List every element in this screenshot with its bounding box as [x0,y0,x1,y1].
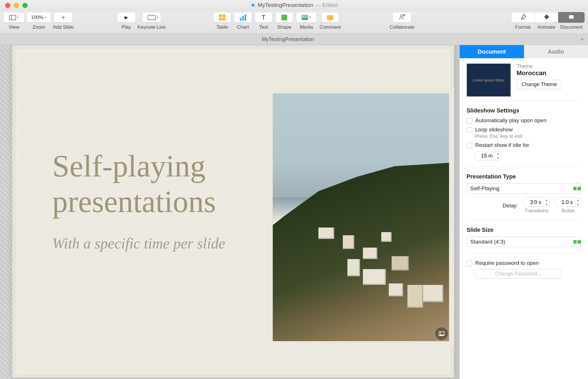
idle-duration-stepper[interactable]: ▲▼ [475,151,501,160]
svg-point-0 [400,15,403,17]
keynote-doc-icon [250,3,256,8]
collaborate-label: Collaborate [390,24,415,30]
view-button[interactable]: ▾ [3,12,25,23]
builds-delay-stepper[interactable]: ▲▼ [555,198,581,207]
add-slide-button[interactable]: + [54,12,73,23]
insert-table-button[interactable] [213,12,231,23]
comment-icon [327,15,333,20]
builds-label: Builds [562,208,575,214]
slide-canvas[interactable]: Self-playing presentations With a specif… [12,45,454,378]
document-icon [568,13,575,22]
document-label: Document [560,24,582,30]
builds-delay-input[interactable] [556,198,575,207]
theme-thumbnail: Lorem Ipsum Dolor [467,63,511,97]
slide-size-heading: Slide Size [467,227,581,233]
plus-icon: + [61,13,65,22]
document-tab[interactable]: MyTestingPresentation [0,34,576,45]
add-slide-label: Add Slide [53,24,74,30]
play-icon: ▶ [125,15,128,20]
media-label: Media [300,24,313,30]
media-icon [302,15,308,20]
change-theme-button[interactable]: Change Theme [517,80,562,89]
stepper-down-icon[interactable]: ▼ [544,202,549,207]
zoom-button[interactable]: 100%▾ [26,12,51,23]
loop-label: Loop slideshow [475,127,513,133]
image-replace-badge[interactable] [435,327,448,340]
stepper-down-icon[interactable]: ▼ [495,156,501,160]
theme-label: Theme [517,63,562,69]
autoplay-label: Automatically play upon open [475,117,546,124]
require-password-checkbox[interactable] [467,261,472,266]
idle-duration-input[interactable] [475,151,495,160]
change-password-button: Change Password... [475,269,561,279]
document-tabstrip: MyTestingPresentation + [0,34,588,45]
chart-icon [240,14,246,21]
slide-title-text[interactable]: Self-playing presentations [52,148,268,219]
transitions-delay-input[interactable] [524,198,543,207]
loop-checkbox[interactable] [467,127,472,133]
chevron-down-icon: ▾ [17,15,19,19]
view-icon [9,15,16,20]
insert-comment-button[interactable] [321,12,339,23]
keynote-live-label: Keynote Live [138,24,166,30]
loop-checkbox-row[interactable]: Loop slideshow Press ‘Esc’ key to exit [467,127,581,139]
slide-image [273,93,449,341]
require-password-label: Require password to open [475,260,539,266]
transitions-label: Transitions [525,208,549,214]
animate-inspector-button[interactable] [535,12,558,23]
brush-icon [520,13,527,22]
require-password-row[interactable]: Require password to open [467,260,581,266]
insert-shape-button[interactable] [275,12,293,23]
slide-size-value: Standard (4:3) [467,239,573,245]
restart-idle-label: Restart show if idle for [475,142,529,148]
table-icon [219,14,225,21]
toolbar: ▾ View 100%▾ Zoom + Add Slide ▶ Play Key… [0,10,588,34]
keynote-live-button[interactable] [142,12,161,23]
stepper-up-icon[interactable]: ▲ [544,198,549,202]
insert-text-button[interactable]: T [255,12,272,23]
chevron-down-icon: ▾ [309,15,311,19]
delay-label: Delay: [502,203,518,209]
select-stepper-icon [573,240,581,244]
collaborate-button[interactable] [392,12,411,23]
insert-chart-button[interactable] [234,12,252,23]
minimize-window-button[interactable] [14,3,19,8]
window-title: MyTestingPresentation [258,2,313,8]
zoom-label: Zoom [32,24,45,30]
autoplay-checkbox[interactable] [467,118,472,124]
slide-size-select[interactable]: Standard (4:3) [467,237,581,247]
zoom-value-label: 100% [31,15,43,20]
restart-idle-checkbox-row[interactable]: Restart show if idle for [467,142,581,148]
shape-icon [281,15,287,20]
inspector-tab-document[interactable]: Document [460,45,524,58]
inspector-panel: Document Audio Lorem Ipsum Dolor Theme M… [459,45,588,379]
stepper-up-icon[interactable]: ▲ [495,151,501,156]
transitions-delay-stepper[interactable]: ▲▼ [524,198,550,207]
diamond-icon [543,13,550,22]
fullscreen-window-button[interactable] [22,3,28,8]
inspector-tab-audio[interactable]: Audio [524,45,588,58]
format-inspector-button[interactable] [511,12,535,23]
presentation-type-select[interactable]: Self-Playing [467,183,581,194]
animate-label: Animate [537,24,555,30]
add-document-tab-button[interactable]: + [576,34,588,45]
loop-sublabel: Press ‘Esc’ key to exit [475,133,523,139]
window-titlebar: MyTestingPresentation — Edited [0,0,588,10]
document-inspector-button[interactable] [558,12,585,23]
slide-subtitle-text[interactable]: With a specific time per slide [52,235,225,252]
stepper-down-icon[interactable]: ▼ [575,202,581,207]
theme-name: Moroccan [517,69,562,77]
format-label: Format [515,24,531,30]
stepper-up-icon[interactable]: ▲ [575,198,581,202]
autoplay-checkbox-row[interactable]: Automatically play upon open [467,117,581,124]
play-label: Play [121,24,131,30]
traffic-lights [5,3,28,8]
slide-image-placeholder[interactable] [268,88,454,346]
view-label: View [9,24,20,30]
close-window-button[interactable] [5,3,10,8]
insert-media-button[interactable]: ▾ [296,12,317,23]
slideshow-settings-heading: Slideshow Settings [467,107,581,114]
play-button[interactable]: ▶ [117,12,136,23]
restart-idle-checkbox[interactable] [467,143,472,148]
svg-rect-2 [569,15,574,19]
